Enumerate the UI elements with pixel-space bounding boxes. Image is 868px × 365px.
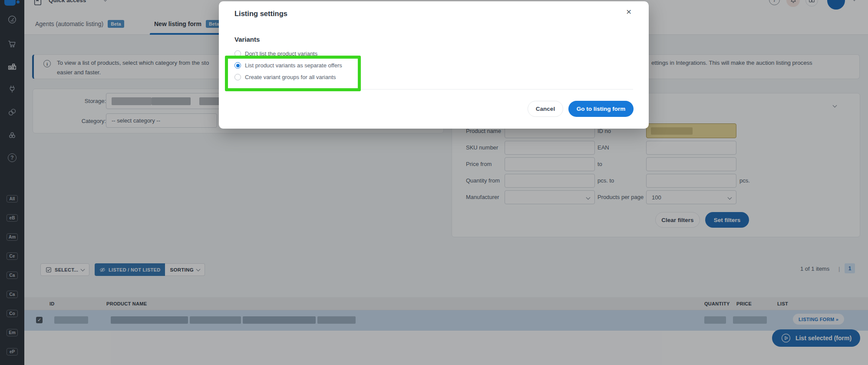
radio-icon (234, 50, 241, 57)
modal-divider (234, 89, 633, 90)
variants-section-title: Variants (234, 36, 260, 43)
radio-label: Don't list the product variants (245, 50, 317, 57)
listing-settings-modal: Listing settings × Variants Don't list t… (219, 1, 649, 129)
go-to-listing-form-button[interactable]: Go to listing form (568, 101, 634, 117)
radio-icon (234, 62, 241, 69)
radio-label: Create variant groups for all variants (245, 74, 336, 80)
radio-label: List product variants as separate offers (245, 62, 342, 69)
radio-icon (234, 74, 241, 80)
radio-option-variant-groups[interactable]: Create variant groups for all variants (234, 74, 336, 80)
radio-option-dont-list[interactable]: Don't list the product variants (234, 50, 317, 57)
modal-title: Listing settings (234, 10, 287, 18)
radio-option-separate-offers[interactable]: List product variants as separate offers (234, 62, 342, 69)
cancel-button[interactable]: Cancel (528, 101, 563, 117)
app-window: ? All eB Am Ce Ca Ca Co Em eP Quick acce… (0, 0, 868, 365)
close-icon[interactable]: × (626, 7, 631, 16)
